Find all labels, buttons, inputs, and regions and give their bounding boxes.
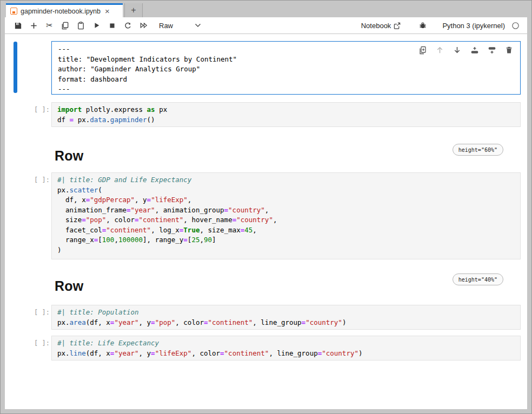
duplicate-cell-button[interactable]: [418, 45, 427, 55]
kernel-idle-circle-icon: [511, 22, 520, 30]
copy-icon: [61, 22, 69, 30]
restart-kernel-button[interactable]: [120, 18, 136, 32]
notebook-window: gapminder-notebook.ipynb × + ✂: [0, 0, 532, 414]
toolbar-right-group: Notebook Python 3 (ipykernel): [359, 18, 522, 32]
cell-type-value: Raw: [159, 22, 173, 30]
tab-bar: gapminder-notebook.ipynb × +: [5, 3, 527, 17]
cut-cells-button[interactable]: ✂: [42, 18, 57, 32]
move-cell-up-button[interactable]: [435, 45, 444, 55]
run-cell-button[interactable]: [89, 18, 104, 32]
notebook-mode-button[interactable]: Notebook: [359, 22, 403, 30]
run-icon: [93, 22, 101, 29]
restart-icon: [124, 22, 132, 30]
copy-cells-button[interactable]: [57, 18, 73, 32]
code-editor[interactable]: #| title: Populationpx.area(df, x="year"…: [57, 308, 520, 328]
duplicate-cell-icon: [418, 46, 427, 55]
insert-cell-above-button[interactable]: [470, 45, 479, 55]
insert-cell-below-button[interactable]: [487, 45, 496, 55]
arrow-down-icon: [453, 46, 461, 54]
plus-icon: +: [131, 5, 136, 15]
interrupt-kernel-button[interactable]: [104, 18, 120, 32]
save-icon: [14, 22, 22, 30]
notebook-mode-label: Notebook: [361, 22, 391, 30]
notebook-toolbar: ✂ Raw Notebook: [5, 17, 527, 34]
kernel-status-indicator: [511, 22, 520, 30]
insert-cell-button[interactable]: [26, 18, 42, 32]
raw-cell-yaml-frontmatter[interactable]: ---title: "Development Indicators by Con…: [51, 41, 521, 95]
arrow-up-icon: [436, 46, 444, 54]
notebook-content: ---title: "Development Indicators by Con…: [5, 34, 527, 409]
chevron-down-icon: [195, 23, 201, 28]
scissors-icon: ✂: [46, 21, 53, 30]
code-editor[interactable]: import plotly.express as pxdf = px.data.…: [57, 105, 520, 125]
height-badge-60: height="60%": [453, 144, 503, 156]
insert-above-icon: [470, 46, 479, 55]
move-cell-down-button[interactable]: [453, 45, 462, 55]
height-badge-40: height="40%": [453, 273, 503, 285]
fast-forward-icon: [139, 22, 148, 29]
run-all-cells-button[interactable]: [136, 18, 151, 32]
active-cell-collapse-bar[interactable]: [14, 42, 17, 93]
new-tab-button[interactable]: +: [124, 3, 143, 17]
code-cell-scatter[interactable]: #| title: GDP and Life Expectancypx.scat…: [51, 172, 521, 259]
external-link-icon: [394, 22, 401, 29]
debugger-button[interactable]: [415, 18, 430, 32]
cell-type-dropdown[interactable]: Raw: [157, 19, 203, 32]
code-cell-line[interactable]: #| title: Life Expectancypx.line(df, x="…: [51, 336, 521, 360]
stop-icon: [109, 22, 116, 29]
code-editor[interactable]: #| title: GDP and Life Expectancypx.scat…: [57, 175, 520, 255]
tab-title: gapminder-notebook.ipynb: [21, 8, 101, 15]
row-heading-2: Row: [55, 278, 83, 294]
row-heading-1: Row: [55, 148, 83, 164]
insert-below-icon: [488, 46, 496, 55]
tab-close-icon[interactable]: ×: [105, 7, 110, 15]
delete-cell-button[interactable]: [504, 45, 514, 55]
bug-icon: [419, 22, 427, 29]
tab-gapminder-notebook[interactable]: gapminder-notebook.ipynb ×: [6, 3, 123, 17]
kernel-name-button[interactable]: Python 3 (ipykernel): [442, 22, 505, 30]
save-button[interactable]: [10, 18, 26, 32]
paste-cells-button[interactable]: [73, 18, 89, 32]
trash-icon: [505, 46, 513, 54]
code-cell-imports[interactable]: import plotly.express as pxdf = px.data.…: [51, 102, 521, 127]
plus-icon: [30, 22, 38, 30]
clipboard-icon: [77, 22, 85, 30]
code-editor[interactable]: #| title: Life Expectancypx.line(df, x="…: [57, 338, 520, 358]
code-cell-area[interactable]: #| title: Populationpx.area(df, x="year"…: [51, 305, 521, 330]
notebook-file-icon: [10, 8, 17, 15]
cell-toolbar: [418, 45, 514, 55]
